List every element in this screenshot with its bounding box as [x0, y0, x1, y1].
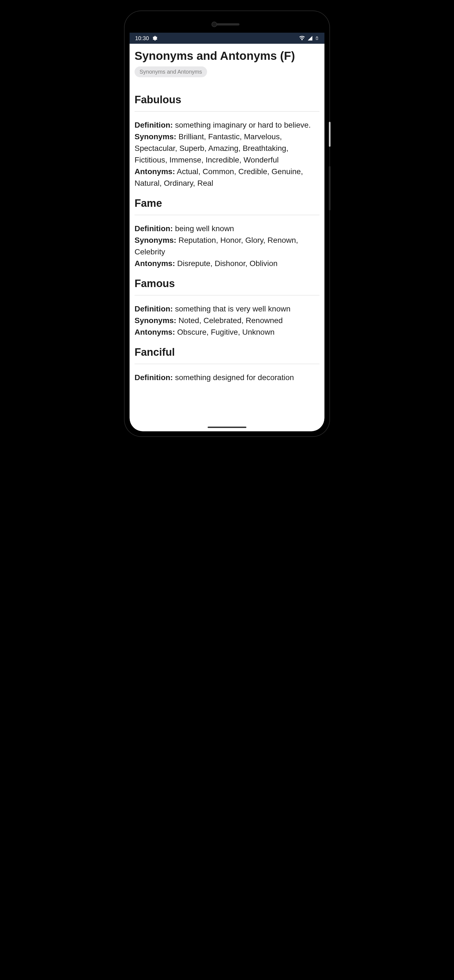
phone-device-frame: 10:30: [124, 11, 330, 436]
wifi-icon: [299, 35, 305, 41]
antonyms-label: Antonyms:: [135, 328, 175, 336]
navigation-bar-indicator[interactable]: [208, 426, 246, 428]
page-title: Synonyms and Antonyms (F): [135, 49, 319, 62]
phone-body: 10:30: [129, 16, 325, 431]
volume-button: [329, 166, 331, 210]
synonyms-label: Synonyms:: [135, 132, 176, 141]
status-time: 10:30: [135, 35, 149, 41]
app-content-area[interactable]: Synonyms and Antonyms (F) Synonyms and A…: [129, 44, 325, 431]
definition-text: something designed for decoration: [175, 373, 294, 382]
word-entry: Famous Definition: something that is ver…: [135, 278, 319, 338]
word-heading: Famous: [135, 278, 319, 290]
word-heading: Fanciful: [135, 346, 319, 358]
antonyms-text: Obscure, Fugitive, Unknown: [177, 328, 275, 336]
definition-text: something imaginary or hard to believe.: [175, 121, 311, 129]
word-content: Definition: something imaginary or hard …: [135, 119, 319, 189]
definition-label: Definition:: [135, 224, 173, 233]
definition-label: Definition:: [135, 373, 173, 382]
synonyms-label: Synonyms:: [135, 316, 176, 325]
status-bar-right: [299, 35, 319, 41]
antonyms-text: Disrepute, Dishonor, Oblivion: [177, 259, 278, 268]
phone-notch: [129, 16, 325, 33]
antonyms-label: Antonyms:: [135, 167, 175, 176]
word-content: Definition: being well known Synonyms: R…: [135, 223, 319, 269]
word-heading: Fame: [135, 197, 319, 209]
word-content: Definition: something that is very well …: [135, 303, 319, 338]
divider: [135, 364, 319, 364]
category-tag[interactable]: Synonyms and Antonyms: [135, 67, 207, 77]
battery-icon: [315, 35, 319, 41]
definition-label: Definition:: [135, 304, 173, 313]
speaker-grille: [215, 23, 239, 25]
antonyms-label: Antonyms:: [135, 259, 175, 268]
synonyms-label: Synonyms:: [135, 236, 176, 245]
front-camera: [212, 22, 217, 27]
gear-icon: [152, 35, 158, 41]
word-entry: Fame Definition: being well known Synony…: [135, 197, 319, 269]
word-content: Definition: something designed for decor…: [135, 372, 319, 383]
definition-text: being well known: [175, 224, 234, 233]
definition-label: Definition:: [135, 121, 173, 129]
power-button: [329, 122, 331, 147]
word-heading: Fabulous: [135, 94, 319, 106]
word-entry: Fanciful Definition: something designed …: [135, 346, 319, 383]
definition-text: something that is very well known: [175, 304, 290, 313]
signal-icon: [307, 35, 313, 41]
synonyms-text: Noted, Celebrated, Renowned: [178, 316, 283, 325]
status-bar: 10:30: [129, 33, 325, 44]
status-bar-left: 10:30: [135, 35, 158, 41]
word-entry: Fabulous Definition: something imaginary…: [135, 94, 319, 189]
